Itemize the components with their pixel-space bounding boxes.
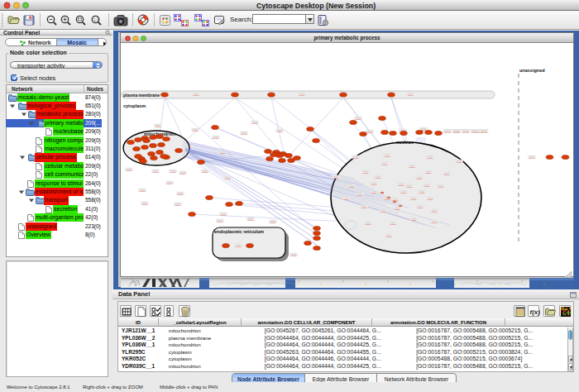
svg-text:cytoplasm: cytoplasm [123,103,146,108]
svg-text:plasma membrane: plasma membrane [123,93,160,98]
svg-text:f(x): f(x) [530,308,541,316]
svg-text:nucleus: nucleus [396,140,414,145]
svg-text:endoplasmic reticulum: endoplasmic reticulum [214,229,264,234]
svg-text:1:1: 1:1 [93,17,99,22]
svg-text:unassigned: unassigned [519,68,545,73]
